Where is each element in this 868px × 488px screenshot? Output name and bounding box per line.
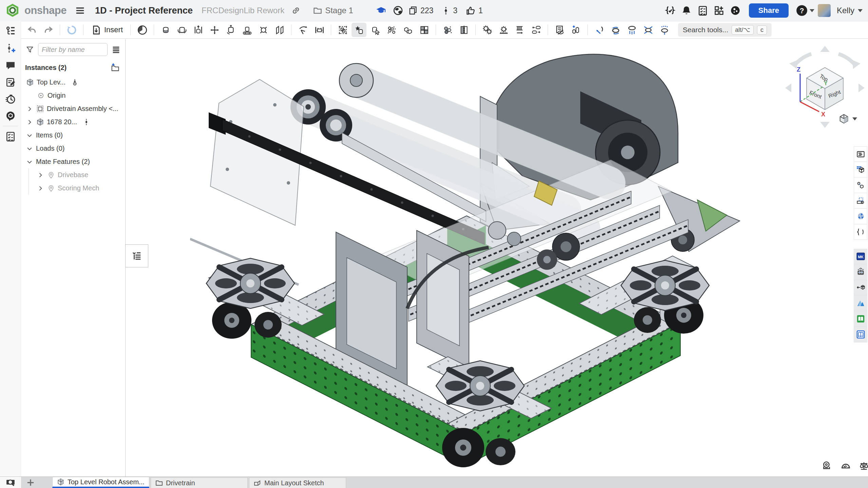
versions-icon[interactable] — [4, 41, 17, 55]
protractor-icon[interactable] — [839, 459, 852, 473]
redo-button[interactable] — [41, 23, 56, 37]
collapse-button[interactable] — [624, 23, 639, 37]
link-icon[interactable] — [289, 4, 303, 17]
breadcrumb[interactable]: Stage 1 — [313, 6, 353, 15]
pattern-button[interactable] — [400, 23, 415, 37]
configurations-button[interactable] — [417, 23, 432, 37]
rollback-button[interactable] — [64, 23, 79, 37]
bom-button[interactable] — [552, 23, 567, 37]
chevron-down-icon[interactable] — [24, 132, 35, 139]
tree-item-instance-top-level[interactable]: Top Lev... — [21, 76, 125, 89]
view-display-menu[interactable] — [838, 113, 857, 125]
tree-item-mate-drivebase[interactable]: Drivebase — [21, 168, 125, 182]
featurescript-icon[interactable] — [663, 4, 677, 17]
parallel-mate-button[interactable] — [272, 23, 287, 37]
chevron-down-icon[interactable] — [24, 158, 35, 165]
tree-item-instance-1678[interactable]: 1678 20... — [21, 115, 125, 129]
chevron-right-icon[interactable] — [35, 172, 45, 179]
slider-mate-button[interactable] — [191, 23, 206, 37]
animate-button[interactable] — [608, 23, 623, 37]
tree-item-mate-scoring-mech[interactable]: Scoring Mech — [21, 182, 125, 195]
insert-derived-panel-icon[interactable] — [854, 177, 867, 193]
render-panel-icon[interactable] — [854, 209, 867, 224]
named-positions-button[interactable] — [352, 23, 366, 37]
tree-item-instance-origin[interactable]: Origin — [21, 89, 125, 102]
chevron-right-icon[interactable] — [35, 185, 45, 192]
onshape-logo-icon[interactable] — [5, 3, 20, 18]
select-instance-button[interactable] — [368, 23, 383, 37]
fastened-mate-button[interactable] — [158, 23, 173, 37]
comments-icon[interactable] — [4, 58, 17, 72]
explode-view-button[interactable] — [592, 23, 607, 37]
tree-item-section-mate-features[interactable]: Mate Features (2) — [21, 155, 125, 168]
robot-app-icon[interactable] — [854, 264, 867, 280]
help-button[interactable]: ? — [795, 4, 814, 17]
pin-slot-mate-button[interactable] — [240, 23, 254, 37]
tree-item-section-items[interactable]: Items (0) — [21, 129, 125, 142]
snapshot-button[interactable] — [335, 23, 350, 37]
ball-mate-button[interactable] — [256, 23, 271, 37]
app-launcher-icon[interactable] — [712, 4, 726, 17]
chevron-right-icon[interactable] — [24, 106, 35, 112]
mk-app-icon[interactable]: MK — [854, 249, 867, 264]
user-menu-caret-icon[interactable] — [858, 9, 863, 12]
section-view-button[interactable] — [456, 23, 471, 37]
copies-stat[interactable]: 223 — [408, 6, 433, 15]
green-book-app-icon[interactable] — [854, 311, 867, 327]
filter-funnel-icon[interactable] — [24, 44, 35, 55]
main-menu-icon[interactable] — [73, 4, 87, 17]
release-notes-icon[interactable] — [4, 75, 17, 89]
undo-button[interactable] — [24, 23, 39, 37]
versions-stat[interactable]: 3 — [441, 6, 457, 15]
tree-item-section-loads[interactable]: Loads (0) — [21, 142, 125, 155]
revolute-mate-button[interactable] — [174, 23, 189, 37]
user-avatar[interactable] — [818, 4, 831, 17]
graphics-area[interactable]: Top Front Right Y Z X MK — [126, 39, 868, 476]
chevron-down-icon[interactable] — [24, 145, 35, 152]
replicate-button[interactable] — [384, 23, 399, 37]
belt-relation-button[interactable] — [512, 23, 527, 37]
assign-item-button[interactable] — [568, 23, 583, 37]
anchor-icon[interactable] — [71, 78, 79, 86]
history-icon[interactable] — [4, 92, 17, 106]
gear-relation-button[interactable] — [480, 23, 495, 37]
robot-3d-model[interactable] — [190, 40, 753, 476]
tab-main-layout-sketch[interactable]: Main Layout Sketch — [249, 477, 346, 488]
user-name[interactable]: Kelly — [837, 6, 854, 15]
tab-top-level-robot-assem[interactable]: Top Level Robot Assem... — [52, 477, 149, 488]
group-mate-button[interactable] — [296, 23, 310, 37]
education-cap-icon[interactable] — [374, 4, 388, 17]
learning-center-icon[interactable] — [4, 109, 17, 123]
mass-scale-icon[interactable] — [857, 459, 868, 473]
public-globe-icon[interactable] — [391, 4, 405, 17]
list-view-icon[interactable] — [110, 44, 122, 55]
snap-mode-button[interactable] — [641, 23, 656, 37]
tab-drivetrain[interactable]: Drivetrain — [151, 477, 248, 488]
planar-mate-button[interactable] — [207, 23, 222, 37]
follow-checklist-icon[interactable] — [4, 130, 17, 143]
insert-button[interactable]: Insert — [88, 23, 126, 37]
share-button[interactable]: Share — [749, 3, 789, 18]
model-tree-panel-icon[interactable] — [854, 146, 867, 162]
search-tools-button[interactable]: Search tools...alt/⌥c — [678, 23, 772, 37]
rack-pinion-relation-button[interactable] — [496, 23, 511, 37]
sheet-roll-panel-icon[interactable] — [854, 193, 867, 209]
cookie-settings-icon[interactable] — [729, 4, 742, 17]
appearance-button[interactable] — [440, 23, 455, 37]
export-cube-app-icon[interactable] — [854, 280, 867, 296]
variables-panel-icon[interactable] — [854, 224, 867, 240]
add-folder-icon[interactable] — [109, 61, 121, 74]
dof-icon[interactable] — [82, 118, 90, 126]
add-tab-button[interactable] — [21, 477, 40, 488]
peak-app-icon[interactable] — [854, 296, 867, 311]
cylindrical-mate-button[interactable] — [223, 23, 238, 37]
likes-stat[interactable]: 1 — [466, 5, 483, 16]
explode-steps-button[interactable] — [657, 23, 672, 37]
bom-panel-icon[interactable] — [854, 162, 867, 177]
search-tabs-button[interactable] — [0, 477, 21, 488]
features-drawer-button[interactable] — [125, 244, 148, 267]
tape-measure-icon[interactable] — [820, 459, 834, 473]
filter-input[interactable] — [38, 43, 108, 56]
tree-item-instance-drivetrain-assembly[interactable]: Drivetrain Assembly <... — [21, 102, 125, 115]
tasks-checklist-icon[interactable] — [696, 4, 710, 17]
